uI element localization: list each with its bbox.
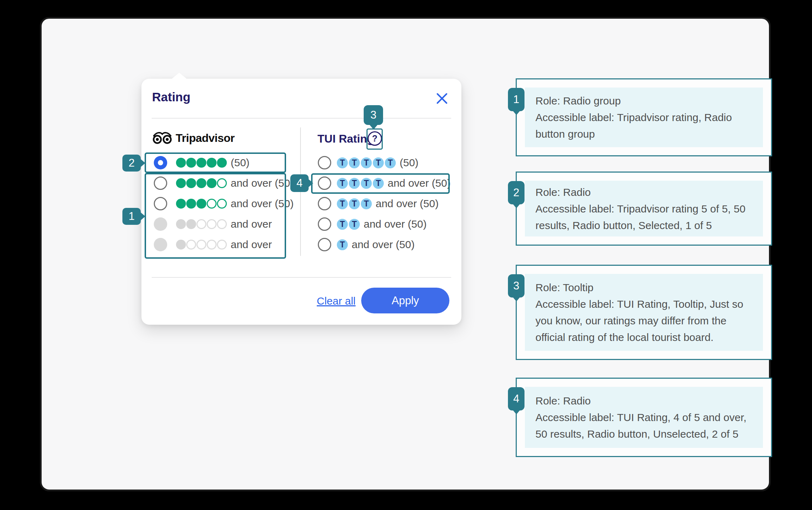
popup-title: Rating: [152, 90, 190, 104]
canvas-card: Rating Tripadvisor TUI Rating ?: [40, 17, 771, 491]
rating-circle-filled: [186, 158, 196, 168]
radio-button[interactable]: [318, 197, 331, 210]
annotation-box-1: 1 Role: Radio group Accessible label: Tr…: [516, 78, 772, 156]
rating-circle-filled: [207, 158, 217, 168]
tripadvisor-owl-icon: [152, 131, 172, 145]
tui-t-icon: T: [385, 157, 396, 168]
annotation-role: Role: Radio: [535, 184, 752, 200]
radio-button[interactable]: [318, 217, 331, 231]
callout-badge-2: 2: [122, 155, 141, 172]
rating-option-label: and over (50): [388, 177, 450, 189]
radio-button[interactable]: [318, 156, 331, 169]
tui-t-icon: T: [373, 157, 384, 168]
tripadvisor-brand-label: Tripadvisor: [176, 132, 235, 145]
rating-filter-popup: Rating Tripadvisor TUI Rating ?: [141, 79, 461, 325]
radio-button[interactable]: [318, 238, 331, 251]
radio-button[interactable]: [154, 176, 167, 190]
tui-t-icon: T: [361, 198, 372, 209]
rating-circle-empty: [186, 240, 196, 250]
rating-option-label: and over: [231, 218, 272, 230]
tripadvisor-rating-option-5of5[interactable]: (50): [154, 152, 293, 173]
annotation-box-4: 4 Role: Radio Accessible label: TUI Rati…: [516, 378, 772, 457]
rating-option-label: and over: [231, 239, 272, 251]
annotation-badge-2: 2: [508, 181, 525, 204]
rating-circles: [176, 240, 227, 250]
rating-circle-filled: [196, 178, 206, 188]
radio-button[interactable]: [154, 156, 167, 169]
rating-circle-filled: [186, 178, 196, 188]
rating-circle-empty: [217, 240, 227, 250]
footer-divider: [152, 277, 451, 278]
radio-button: [154, 238, 167, 251]
rating-option-label: and over (50): [352, 239, 414, 251]
rating-option-label: and over (50): [364, 218, 426, 230]
tui-rating-option-3of5[interactable]: TTTand over (50): [318, 193, 450, 214]
annotation-panel: Role: Radio Accessible label: Tripadviso…: [525, 181, 763, 236]
rating-circle-filled: [186, 219, 196, 229]
tui-t-icon: T: [349, 198, 360, 209]
rating-circles: [176, 199, 227, 209]
tui-t-icon: T: [337, 239, 348, 250]
tui-t-icon: T: [349, 157, 360, 168]
annotation-label: Accessible label: TUI Rating, 4 of 5 and…: [535, 409, 752, 442]
close-button[interactable]: [435, 91, 449, 106]
tripadvisor-rating-option-2of5[interactable]: and over: [154, 214, 293, 234]
tui-t-icon: T: [337, 157, 348, 168]
popup-caret: [171, 73, 187, 79]
tui-rating-option-1of5[interactable]: Tand over (50): [318, 234, 450, 255]
tripadvisor-rating-option-4of5[interactable]: and over (50): [154, 173, 293, 193]
annotation-badge-4: 4: [508, 387, 525, 410]
rating-circle-filled: [217, 158, 227, 168]
callout-badge-1: 1: [122, 208, 141, 225]
rating-option-label: and over (50): [376, 198, 438, 210]
rating-circle-empty: [217, 219, 227, 229]
annotation-role: Role: Radio group: [535, 92, 752, 109]
rating-circle-filled: [176, 219, 186, 229]
rating-circle-empty: [207, 219, 217, 229]
tui-rating-option-5of5[interactable]: TTTTT(50): [318, 152, 450, 173]
rating-circle-empty: [196, 240, 206, 250]
rating-circle-filled: [176, 199, 186, 209]
tui-t-icon: T: [337, 219, 348, 230]
radio-button[interactable]: [318, 176, 331, 190]
annotation-role: Role: Radio: [535, 392, 752, 409]
annotation-badge-3: 3: [508, 274, 525, 298]
tui-rating-option-2of5[interactable]: TTand over (50): [318, 214, 450, 234]
annotation-panel: Role: Radio group Accessible label: Trip…: [525, 88, 763, 147]
tripadvisor-logo: Tripadvisor: [152, 131, 235, 145]
tripadvisor-rating-option-1of5[interactable]: and over: [154, 234, 293, 255]
tripadvisor-radio-group: (50)and over (50)and over (50)and overan…: [154, 152, 293, 255]
clear-all-link[interactable]: Clear all: [317, 295, 356, 307]
close-icon: [435, 92, 449, 105]
rating-circle-filled: [196, 199, 206, 209]
annotation-panel: Role: Tooltip Accessible label: TUI Rati…: [525, 274, 763, 351]
tui-t-icons: TTTT: [337, 178, 384, 189]
help-tooltip-icon[interactable]: ?: [368, 131, 382, 146]
tui-rating-option-4of5[interactable]: TTTTand over (50): [318, 173, 450, 193]
tui-t-icon: T: [373, 178, 384, 189]
tripadvisor-rating-option-3of5[interactable]: and over (50): [154, 193, 293, 214]
tui-t-icons: T: [337, 239, 348, 250]
rating-circle-filled: [176, 240, 186, 250]
callout-badge-3: 3: [364, 105, 383, 125]
rating-circle-empty: [217, 178, 227, 188]
rating-option-label: and over (50): [231, 177, 293, 189]
screenshot-stage: Rating Tripadvisor TUI Rating ?: [0, 0, 812, 510]
rating-circle-empty: [207, 199, 217, 209]
tui-t-icons: TTTTT: [337, 157, 396, 168]
rating-circle-filled: [207, 178, 217, 188]
apply-button[interactable]: Apply: [361, 288, 449, 313]
annotation-label: Accessible label: Tripadvisor rating, Ra…: [535, 109, 752, 142]
rating-circle-empty: [207, 240, 217, 250]
tui-t-icons: TTT: [337, 198, 372, 209]
rating-circle-filled: [186, 199, 196, 209]
rating-circle-filled: [176, 158, 186, 168]
tui-radio-group: TTTTT(50)TTTTand over (50)TTTand over (5…: [318, 152, 450, 255]
annotation-label: Accessible label: Tripadvisor rating 5 o…: [535, 200, 752, 234]
radio-button[interactable]: [154, 197, 167, 210]
tui-t-icon: T: [361, 157, 372, 168]
tui-t-icon: T: [349, 178, 360, 189]
header-divider: [152, 118, 451, 119]
rating-option-label: (50): [400, 157, 418, 169]
callout-badge-4: 4: [290, 174, 309, 192]
